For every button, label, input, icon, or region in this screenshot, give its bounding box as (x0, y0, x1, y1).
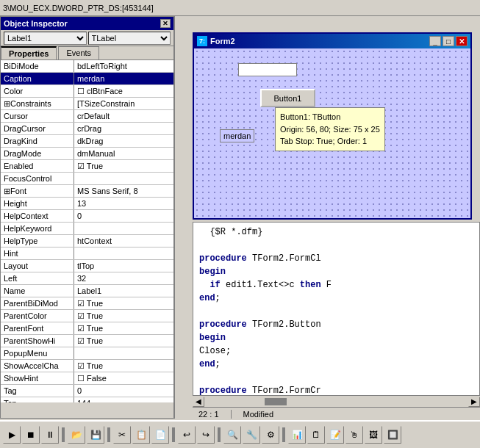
oi-property-value: ☑ True (74, 310, 173, 322)
oi-property-value: merdan (74, 73, 173, 84)
oi-row-wrapper: Enabled☑ True (1, 160, 173, 173)
oi-property-row[interactable]: FocusControl (1, 173, 173, 185)
tooltip-line3: Tab Stop: True; Order: 1 (280, 135, 380, 148)
form2-tooltip: Button1: TButton Origin: 56, 80; Size: 7… (275, 107, 385, 151)
oi-property-row[interactable]: HelpKeyword (1, 223, 173, 235)
toolbar-btn-2[interactable]: ⏹ (22, 426, 40, 444)
oi-row-wrapper: PopupMenu (1, 347, 173, 360)
toolbar-btn-14[interactable]: 📊 (288, 426, 306, 444)
oi-close-button[interactable]: ✕ (160, 19, 171, 28)
oi-row-wrapper: ParentFont☑ True (1, 322, 173, 335)
toolbar-btn-11[interactable]: 🔍 (223, 426, 241, 444)
tab-events[interactable]: Events (58, 46, 99, 59)
oi-property-value: crDefault (74, 110, 173, 122)
maximize-button[interactable]: □ (443, 36, 454, 46)
oi-property-key: ParentShowHi (1, 335, 74, 347)
oi-property-key: Color (1, 85, 74, 97)
oi-property-row[interactable]: Height13 (1, 198, 173, 210)
tab-properties[interactable]: Properties (1, 46, 57, 59)
oi-tabs: Properties Events (1, 46, 173, 60)
toolbar-btn-13[interactable]: ⚙ (262, 426, 279, 444)
code-line: {$R *.dfm} (199, 225, 473, 239)
scroll-right-btn[interactable]: ▶ (468, 397, 480, 407)
toolbar-btn-19[interactable]: 🔲 (384, 426, 401, 444)
oi-property-row[interactable]: Enabled☑ True (1, 160, 173, 173)
oi-property-row[interactable]: CursorcrDefault (1, 110, 173, 123)
oi-row-wrapper: NameLabel1 (1, 285, 173, 297)
oi-property-row[interactable]: Left32 (1, 272, 173, 285)
toolbar-divider-4 (218, 427, 221, 442)
oi-property-value: 0 (74, 210, 173, 222)
oi-property-key: Enabled (1, 160, 74, 172)
oi-property-key: Hint (1, 248, 74, 259)
oi-property-value (74, 223, 173, 234)
oi-property-row[interactable]: ParentBiDiMod☑ True (1, 297, 173, 310)
oi-property-value: ☑ True (74, 322, 173, 334)
form2-icon: 7: (197, 36, 207, 46)
oi-property-row[interactable]: DragCursorcrDrag (1, 123, 173, 135)
code-scrollbar[interactable]: ◀ ▶ (193, 395, 480, 407)
toolbar-btn-12[interactable]: 🔧 (243, 426, 260, 444)
toolbar-btn-15[interactable]: 🗒 (307, 426, 325, 444)
oi-property-row[interactable]: DragModedmManual (1, 148, 173, 160)
oi-property-row[interactable]: Captionmerdan (1, 73, 173, 85)
form2-titlebar: 7: Form2 _ □ ✕ (194, 34, 470, 48)
oi-property-key: Name (1, 285, 74, 297)
oi-property-row[interactable]: HelpContext0 (1, 210, 173, 223)
toolbar-btn-7[interactable]: 📋 (132, 426, 150, 444)
oi-property-row[interactable]: ParentFont☑ True (1, 322, 173, 335)
toolbar-btn-17[interactable]: 🖱 (345, 426, 363, 444)
oi-component-select[interactable]: Label1 (4, 32, 87, 45)
toolbar-btn-3[interactable]: ⏸ (41, 426, 59, 444)
oi-property-row[interactable]: ShowHint☐ False (1, 372, 173, 385)
oi-row-wrapper: Hint (1, 248, 173, 260)
oi-property-key: PopupMenu (1, 347, 74, 359)
oi-property-row[interactable]: Top144 (1, 397, 173, 402)
toolbar-btn-1[interactable]: ▶ (3, 426, 21, 444)
oi-property-row[interactable]: DragKinddkDrag (1, 135, 173, 148)
oi-property-value: ☑ True (74, 160, 173, 172)
toolbar-btn-18[interactable]: 🖼 (365, 426, 382, 444)
form2-button1[interactable]: Button1 (260, 89, 315, 107)
toolbar-btn-5[interactable]: 💾 (87, 426, 104, 444)
oi-property-value: ☑ True (74, 297, 173, 309)
oi-row-wrapper: ParentBiDiMod☑ True (1, 297, 173, 310)
form2-edit-field[interactable] (238, 63, 297, 76)
oi-property-key: Height (1, 198, 74, 209)
oi-property-row[interactable]: Tag0 (1, 385, 173, 397)
code-line: end; (199, 292, 473, 305)
oi-property-row[interactable]: NameLabel1 (1, 285, 173, 297)
oi-property-row[interactable]: ParentShowHi☑ True (1, 335, 173, 347)
toolbar-btn-9[interactable]: ↩ (178, 426, 196, 444)
minimize-button[interactable]: _ (429, 36, 441, 46)
oi-property-row[interactable]: ⊞FontMS Sans Serif, 8 (1, 185, 173, 198)
oi-property-row[interactable]: ParentColor☑ True (1, 310, 173, 322)
close-button[interactable]: ✕ (456, 36, 468, 46)
toolbar-btn-10[interactable]: ↪ (197, 426, 215, 444)
oi-property-row[interactable]: BiDiModebdLeftToRight (1, 60, 173, 73)
toolbar-divider-3 (172, 427, 175, 442)
oi-property-row[interactable]: PopupMenu (1, 347, 173, 360)
oi-row-wrapper: Color☐ clBtnFace (1, 85, 173, 98)
oi-row-wrapper: Tag0 (1, 385, 173, 397)
oi-row-wrapper: ⊞FontMS Sans Serif, 8 (1, 185, 173, 198)
oi-row-wrapper: Captionmerdan→ (1, 73, 173, 85)
code-editor[interactable]: {$R *.dfm} procedure TForm2.FormClbegin … (193, 222, 480, 405)
oi-property-value: tlTop (74, 260, 173, 272)
toolbar-btn-4[interactable]: 📂 (68, 426, 85, 444)
oi-property-row[interactable]: ⊞Constraints[TSizeConstrain (1, 98, 173, 110)
oi-property-value: MS Sans Serif, 8 (74, 185, 173, 197)
scroll-left-btn[interactable]: ◀ (193, 397, 204, 407)
toolbar-divider-1 (62, 427, 65, 442)
toolbar-btn-8[interactable]: 📄 (151, 426, 169, 444)
bottom-toolbar: ▶ ⏹ ⏸ 📂 💾 ✂ 📋 📄 ↩ ↪ 🔍 🔧 ⚙ 📊 🗒 📝 🖱 🖼 🔲 (0, 420, 480, 448)
oi-property-row[interactable]: Hint (1, 248, 173, 260)
oi-type-select[interactable]: TLabel (88, 32, 171, 45)
oi-property-row[interactable]: LayouttlTop (1, 260, 173, 272)
oi-property-row[interactable]: HelpTypehtContext (1, 235, 173, 248)
oi-property-value: ☐ False (74, 372, 173, 384)
toolbar-btn-16[interactable]: 📝 (326, 426, 344, 444)
oi-property-row[interactable]: ShowAccelCha☑ True (1, 360, 173, 372)
toolbar-btn-6[interactable]: ✂ (113, 426, 131, 444)
oi-property-row[interactable]: Color☐ clBtnFace (1, 85, 173, 98)
